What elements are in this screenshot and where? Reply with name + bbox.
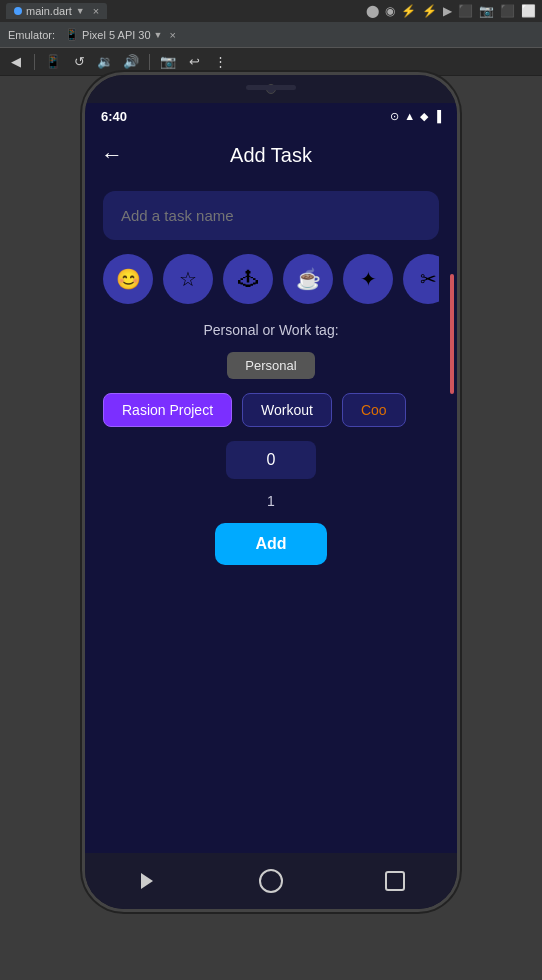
emulator-device-label: Pixel 5 API 30 (82, 29, 151, 41)
tags-row: Rasion Project Workout Coo (103, 393, 439, 427)
tab-label: main.dart (26, 5, 72, 17)
status-time: 6:40 (101, 109, 127, 124)
icon-4: ⚡ (422, 4, 437, 18)
icon-2: ◉ (385, 4, 395, 18)
tab-close[interactable]: × (93, 5, 99, 17)
ide-secondbar: Emulator: 📱 Pixel 5 API 30 ▼ × (0, 22, 542, 48)
speaker-bar (246, 85, 296, 90)
task-name-input[interactable] (103, 191, 439, 240)
workout-tag[interactable]: Workout (242, 393, 332, 427)
toolbar-vol-down[interactable]: 🔉 (95, 52, 115, 72)
coffee-icon-btn[interactable]: ☕ (283, 254, 333, 304)
cook-tag-label: Coo (361, 402, 387, 418)
toolbar-screenshot[interactable]: 📷 (158, 52, 178, 72)
back-icon: ← (101, 142, 123, 168)
number-display: 0 (226, 441, 316, 479)
icon-1: ⬤ (366, 4, 379, 18)
tab-chevron: ▼ (76, 6, 85, 16)
rasion-tag[interactable]: Rasion Project (103, 393, 232, 427)
page-title: Add Task (133, 144, 409, 167)
icon-8: ⬛ (500, 4, 515, 18)
toolbar-more[interactable]: ⋮ (210, 52, 230, 72)
app-content: 😊 ☆ 🕹 ☕ ✦ ✂ Personal or Work tag: Person… (85, 181, 457, 853)
nav-recent-icon (385, 871, 405, 891)
back-button[interactable]: ← (101, 142, 133, 168)
toolbar-back2[interactable]: ↩ (184, 52, 204, 72)
ide-topbar: main.dart ▼ × ⬤ ◉ ⚡ ⚡ ▶ ⬛ 📷 ⬛ ⬜ (0, 0, 542, 22)
topbar-icons: ⬤ ◉ ⚡ ⚡ ▶ ⬛ 📷 ⬛ ⬜ (366, 4, 536, 18)
number-value: 0 (267, 451, 276, 468)
emulator-close[interactable]: × (170, 29, 176, 41)
emulator-label: Emulator: (8, 29, 55, 41)
emulator-device[interactable]: 📱 Pixel 5 API 30 ▼ × (65, 28, 176, 41)
icon-row: 😊 ☆ 🕹 ☕ ✦ ✂ (103, 254, 439, 308)
signal-icon: ▲ (404, 110, 415, 122)
location-icon: ⊙ (390, 110, 399, 123)
toolbar-phone[interactable]: 📱 (43, 52, 63, 72)
toolbar-sep-1 (34, 54, 35, 70)
phone-bottom-nav (85, 853, 457, 909)
add-button[interactable]: Add (215, 523, 326, 565)
phone-notch (85, 75, 457, 103)
nav-home-button[interactable] (253, 863, 289, 899)
add-button-label: Add (255, 535, 286, 552)
wand-icon-btn[interactable]: ✦ (343, 254, 393, 304)
nav-back-button[interactable] (129, 863, 165, 899)
status-icons: ⊙ ▲ ◆ ▐ (390, 110, 441, 123)
app-header: ← Add Task (85, 129, 457, 181)
toolbar-back[interactable]: ◀ (6, 52, 26, 72)
tag-label: Personal or Work tag: (103, 322, 439, 338)
app-screen: ← Add Task 😊 ☆ 🕹 ☕ ✦ ✂ Personal or Work … (85, 129, 457, 853)
icon-6: ⬛ (458, 4, 473, 18)
rasion-tag-label: Rasion Project (122, 402, 213, 418)
personal-tag-label: Personal (245, 358, 296, 373)
ide-tab[interactable]: main.dart ▼ × (6, 3, 107, 19)
icon-9: ⬜ (521, 4, 536, 18)
status-bar: 6:40 ⊙ ▲ ◆ ▐ (85, 103, 457, 129)
battery-icon: ▐ (433, 110, 441, 122)
gamepad-icon-btn[interactable]: 🕹 (223, 254, 273, 304)
toolbar-vol-up[interactable]: 🔊 (121, 52, 141, 72)
scroll-indicator (450, 274, 454, 394)
toolbar-rotate[interactable]: ↺ (69, 52, 89, 72)
tools-icon-btn[interactable]: ✂ (403, 254, 439, 304)
face-icon-btn[interactable]: 😊 (103, 254, 153, 304)
cook-tag[interactable]: Coo (342, 393, 406, 427)
emulator-chevron: ▼ (154, 30, 163, 40)
wifi-bars: ◆ (420, 110, 428, 123)
tab-dot (14, 7, 22, 15)
icon-7: 📷 (479, 4, 494, 18)
phone-frame: 6:40 ⊙ ▲ ◆ ▐ ← Add Task 😊 ☆ 🕹 ☕ (82, 72, 460, 912)
toolbar-sep-2 (149, 54, 150, 70)
nav-recent-button[interactable] (377, 863, 413, 899)
star-icon-btn[interactable]: ☆ (163, 254, 213, 304)
nav-back-icon (141, 873, 153, 889)
emulator-label-text: Emulator: (8, 29, 55, 41)
nav-home-icon (259, 869, 283, 893)
icon-5: ▶ (443, 4, 452, 18)
personal-tag-button[interactable]: Personal (227, 352, 314, 379)
icon-3: ⚡ (401, 4, 416, 18)
counter-label: 1 (103, 493, 439, 509)
workout-tag-label: Workout (261, 402, 313, 418)
phone-icon: 📱 (65, 28, 79, 41)
